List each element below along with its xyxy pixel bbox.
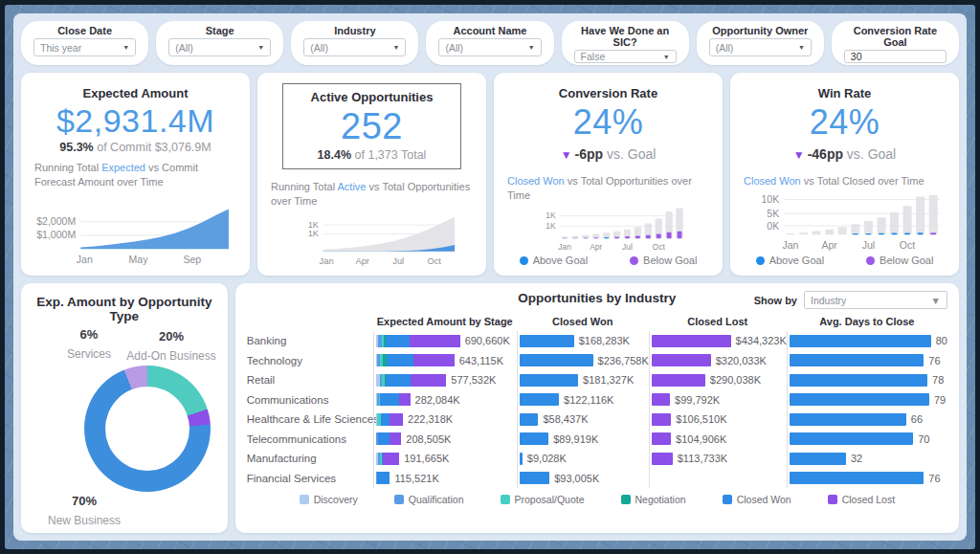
stacked-stage-bar[interactable] [376,354,455,366]
stage-segment[interactable] [413,354,455,366]
donut-chart: 6%Services 20%Add-On Business 70%New Bus… [31,323,218,527]
avg-days-bar[interactable] [790,432,914,445]
kpi-caption: Closed Won vs Total Opportunities over T… [507,174,709,203]
expected-amount-cell: 282,084K [373,390,517,410]
stage-segment[interactable] [377,472,390,484]
avg-days-cell: 80 [787,331,947,351]
filter-label: Account Name [438,25,541,36]
closed-lost-cell: $434,323K [649,331,787,351]
closed-won-bar[interactable] [520,432,548,445]
closed-lost-bar[interactable] [652,413,672,426]
avg-days-bar[interactable] [790,453,846,465]
closed-won-value: $89,919K [553,433,598,445]
legend-below-goal[interactable]: Below Goal [866,255,933,266]
avg-days-bar[interactable] [790,472,924,484]
industry-row: Healthcare & Life Sciences222,318K$58,43… [247,410,947,430]
legend-above-goal[interactable]: Above Goal [520,255,588,266]
stage-segment[interactable] [386,374,411,387]
stage-segment[interactable] [410,335,460,347]
avg-days-bar[interactable] [790,335,931,347]
stacked-stage-bar[interactable] [376,393,411,406]
kpi-caption: Closed Won vs Total Closed over Time [744,174,946,188]
industry-table-body: Banking690,660K$168,283K$434,323K80Techn… [247,331,947,488]
show-by-select[interactable]: Industry ▼ [804,291,947,309]
closed-won-bar[interactable] [520,335,574,347]
active-opportunities-area-chart[interactable]: 1K1KJanAprJulOct [271,209,473,270]
win-rate-bar-chart[interactable]: 10K5K0KJanAprJulOct [744,190,946,254]
stage-legend-item[interactable]: Qualification [394,494,464,505]
stacked-stage-bar[interactable] [376,432,402,445]
avg-days-value: 76 [928,355,940,366]
stage-legend-item[interactable]: Discovery [300,494,358,505]
closed-lost-bar[interactable] [652,432,671,445]
avg-days-value: 78 [932,374,944,386]
closed-won-bar[interactable] [520,413,539,426]
avg-days-bar[interactable] [790,354,924,366]
closed-won-bar[interactable] [520,453,523,465]
stage-legend-item[interactable]: Closed Lost [828,494,895,505]
legend-above-goal[interactable]: Above Goal [756,255,824,266]
filter-account-name: Account Name (All) ▼ [426,21,553,65]
stage-segment[interactable] [387,354,413,366]
svg-text:Jan: Jan [558,242,571,252]
closed-lost-bar[interactable] [652,453,673,465]
avg-days-bar[interactable] [790,374,927,387]
stage-segment[interactable] [411,374,447,387]
stage-legend-item[interactable]: Negotiation [621,494,686,505]
stacked-stage-bar[interactable] [376,335,460,347]
close-date-select[interactable]: This year ▼ [33,38,136,56]
selected-value: False [581,51,606,62]
stage-segment[interactable] [378,432,390,445]
stage-segment[interactable] [390,413,403,426]
selected-value: (All) [716,42,734,54]
show-by-label: Show by [754,295,797,306]
closed-won-bar[interactable] [520,374,578,387]
stage-segment[interactable] [390,432,402,445]
stage-legend-item[interactable]: Closed Won [723,494,791,505]
stage-segment[interactable] [383,453,399,465]
avg-days-bar[interactable] [790,393,929,406]
filter-label: Industry [303,25,406,36]
expected-amount-cell: 115,521K [373,469,517,489]
closed-lost-value: $290,038K [710,374,761,386]
stage-segment[interactable] [381,413,390,426]
expected-amount-area-chart[interactable]: $2,000M$1,000MJanMaySep [34,201,236,270]
closed-lost-bar[interactable] [652,335,731,347]
closed-won-value: $168,283K [579,335,630,346]
caret-down-icon: ▼ [122,44,129,51]
closed-lost-bar[interactable] [652,374,705,387]
sic-select[interactable]: False ▼ [574,50,677,63]
industry-row: Financial Services115,521K$93,005K76 [247,469,947,489]
stage-select[interactable]: (All) ▼ [168,38,271,56]
opportunity-owner-select[interactable]: (All) ▼ [709,38,812,56]
stage-segment[interactable] [380,393,399,406]
caret-down-icon: ▼ [528,44,535,51]
svg-text:Apr: Apr [590,242,602,252]
stacked-stage-bar[interactable] [376,453,399,465]
selection-border-box[interactable]: Active Opportunities 252 18.4% of 1,373 … [282,83,461,169]
closed-won-bar[interactable] [520,354,593,366]
filter-label: Stage [168,25,271,36]
stacked-stage-bar[interactable] [376,374,447,387]
closed-lost-cell: $113,733K [649,449,787,469]
conversion-rate-goal-input[interactable] [844,50,947,63]
account-name-select[interactable]: (All) ▼ [438,38,541,56]
closed-lost-bar[interactable] [652,393,670,406]
stage-segment[interactable] [386,335,410,347]
expected-amount-value: 690,660K [465,335,510,346]
closed-won-bar[interactable] [520,393,559,406]
closed-lost-bar[interactable] [652,354,711,366]
stage-segment[interactable] [399,393,411,406]
legend-below-goal[interactable]: Below Goal [630,255,697,266]
stacked-stage-bar[interactable] [376,472,390,484]
conversion-rate-bar-chart[interactable]: 1K1KJanAprJulOct [507,203,709,254]
stacked-stage-bar[interactable] [376,413,403,426]
avg-days-bar[interactable] [790,413,906,426]
industry-select[interactable]: (All) ▼ [303,38,406,56]
closed-won-bar[interactable] [520,472,549,484]
avg-days-cell: 66 [787,410,947,430]
avg-days-cell: 76 [787,351,947,371]
stage-legend-item[interactable]: Proposal/Quote [501,494,585,505]
expected-amount-cell: 643,115K [373,351,517,371]
selected-value: (All) [310,42,328,54]
